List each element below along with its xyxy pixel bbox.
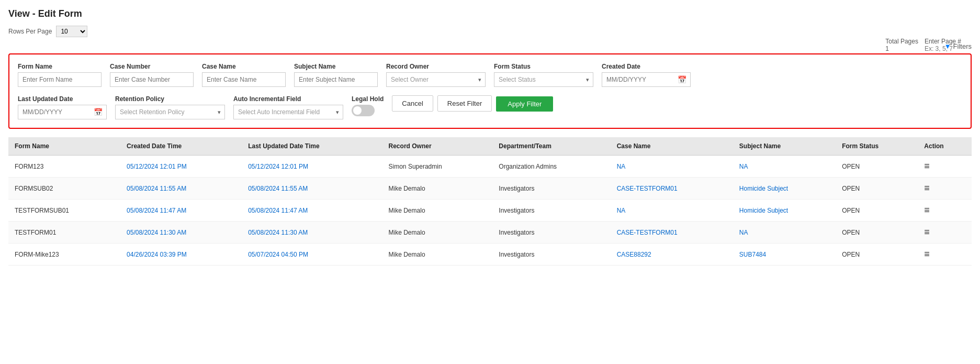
table-link[interactable]: 05/08/2024 11:47 AM: [127, 207, 186, 214]
table-link[interactable]: 05/08/2024 11:30 AM: [248, 229, 308, 236]
table-cell: Simon Superadmin: [382, 156, 493, 178]
apply-filter-button[interactable]: Apply Filter: [496, 96, 553, 112]
table-cell: TESTFORM01: [8, 222, 120, 244]
legal-hold-field: Legal Hold: [352, 95, 384, 116]
table-cell: Homicide Subject: [733, 178, 836, 200]
action-menu-icon[interactable]: ≡: [918, 178, 972, 200]
data-table: Form Name Created Date Time Last Updated…: [8, 137, 972, 266]
case-number-field: Case Number: [110, 63, 194, 87]
table-cell[interactable]: 05/07/2024 04:50 PM: [242, 244, 382, 266]
last-updated-date-field: Last Updated Date 📅: [18, 95, 107, 119]
table-cell: FORM123: [8, 156, 120, 178]
table-cell: OPEN: [836, 178, 918, 200]
table-cell[interactable]: 04/26/2024 03:39 PM: [120, 244, 242, 266]
retention-policy-select[interactable]: Select Retention Policy: [115, 105, 225, 119]
action-menu-icon[interactable]: ≡: [918, 156, 972, 178]
table-link[interactable]: 05/08/2024 11:47 AM: [248, 207, 308, 214]
table-row: FORM12305/12/2024 12:01 PM05/12/2024 12:…: [8, 156, 972, 178]
col-form-name: Form Name: [8, 137, 120, 156]
table-row: TESTFORM0105/08/2024 11:30 AM05/08/2024 …: [8, 222, 972, 244]
table-link[interactable]: 05/08/2024 11:30 AM: [127, 229, 186, 236]
action-menu-icon[interactable]: ≡: [918, 222, 972, 244]
table-link[interactable]: SUB7484: [739, 251, 766, 258]
reset-filter-button[interactable]: Reset Filter: [437, 95, 492, 112]
record-owner-field: Record Owner Select Owner: [386, 63, 486, 87]
page-title: View - Edit Form: [8, 8, 972, 19]
col-subject-name: Subject Name: [733, 137, 836, 156]
created-date-label: Created Date: [602, 63, 691, 70]
table-cell: Homicide Subject: [733, 200, 836, 222]
form-status-field: Form Status Select Status: [494, 63, 593, 87]
form-name-input[interactable]: [18, 72, 102, 87]
table-link[interactable]: 05/07/2024 04:50 PM: [248, 251, 308, 258]
table-link[interactable]: CASE-TESTFORM01: [617, 229, 678, 236]
col-last-updated-date-time: Last Updated Date Time: [242, 137, 382, 156]
table-cell: FORM-Mike123: [8, 244, 120, 266]
subject-name-label: Subject Name: [294, 63, 378, 70]
record-owner-select[interactable]: Select Owner: [386, 72, 486, 87]
action-menu-icon[interactable]: ≡: [918, 244, 972, 266]
table-cell: TESTFORMSUB01: [8, 200, 120, 222]
rows-per-page-select[interactable]: 10 25 50 100: [56, 26, 87, 37]
table-link[interactable]: 05/08/2024 11:55 AM: [248, 185, 308, 192]
table-link[interactable]: CASE-TESTFORM01: [617, 185, 678, 192]
rows-per-page-label: Rows Per Page: [8, 28, 52, 35]
col-action: Action: [918, 137, 972, 156]
table-cell: Investigators: [492, 244, 610, 266]
form-status-select[interactable]: Select Status: [494, 72, 593, 87]
table-cell: Investigators: [492, 200, 610, 222]
table-cell: Mike Demalo: [382, 178, 493, 200]
table-cell[interactable]: SUB7484: [733, 244, 836, 266]
table-cell: NA: [611, 200, 733, 222]
table-cell[interactable]: 05/12/2024 12:01 PM: [242, 156, 382, 178]
page-hint: Ex: 3, 5, 7: [925, 45, 961, 52]
case-number-input[interactable]: [110, 72, 194, 87]
legal-hold-toggle[interactable]: [352, 105, 375, 116]
table-link[interactable]: 05/12/2024 12:01 PM: [248, 163, 308, 170]
retention-policy-label: Retention Policy: [115, 95, 225, 103]
case-name-field: Case Name: [202, 63, 286, 87]
table-link[interactable]: CASE88292: [617, 251, 651, 258]
table-cell[interactable]: CASE-TESTFORM01: [611, 178, 733, 200]
case-name-label: Case Name: [202, 63, 286, 70]
table-link[interactable]: 04/26/2024 03:39 PM: [127, 251, 187, 258]
created-date-field: Created Date 📅: [602, 63, 691, 87]
cancel-button[interactable]: Cancel: [392, 95, 433, 112]
legal-hold-label: Legal Hold: [352, 95, 384, 103]
table-cell: OPEN: [836, 244, 918, 266]
col-case-name: Case Name: [611, 137, 733, 156]
table-cell: OPEN: [836, 156, 918, 178]
table-link[interactable]: 05/12/2024 12:01 PM: [127, 163, 187, 170]
last-updated-calendar-icon[interactable]: 📅: [94, 108, 103, 116]
table-cell[interactable]: 05/08/2024 11:47 AM: [242, 200, 382, 222]
table-cell: NA: [611, 156, 733, 178]
last-updated-date-label: Last Updated Date: [18, 95, 107, 103]
table-cell: Organization Admins: [492, 156, 610, 178]
form-name-field: Form Name: [18, 63, 102, 87]
table-cell[interactable]: CASE88292: [611, 244, 733, 266]
table-cell: OPEN: [836, 200, 918, 222]
case-name-input[interactable]: [202, 72, 286, 87]
auto-incremental-select[interactable]: Select Auto Incremental Field: [233, 105, 343, 119]
created-date-calendar-icon[interactable]: 📅: [678, 75, 686, 84]
table-cell[interactable]: 05/08/2024 11:55 AM: [242, 178, 382, 200]
col-created-date-time: Created Date Time: [120, 137, 242, 156]
subject-name-field: Subject Name: [294, 63, 378, 87]
action-menu-icon[interactable]: ≡: [918, 200, 972, 222]
subject-name-input[interactable]: [294, 72, 378, 87]
table-cell[interactable]: 05/08/2024 11:30 AM: [120, 222, 242, 244]
table-cell[interactable]: 05/12/2024 12:01 PM: [120, 156, 242, 178]
table-cell[interactable]: 05/08/2024 11:47 AM: [120, 200, 242, 222]
col-record-owner: Record Owner: [382, 137, 493, 156]
table-cell: Investigators: [492, 178, 610, 200]
table-link[interactable]: 05/08/2024 11:55 AM: [127, 185, 186, 192]
table-cell: NA: [733, 156, 836, 178]
col-form-status: Form Status: [836, 137, 918, 156]
table-cell: Mike Demalo: [382, 244, 493, 266]
table-cell[interactable]: 05/08/2024 11:30 AM: [242, 222, 382, 244]
table-cell[interactable]: CASE-TESTFORM01: [611, 222, 733, 244]
auto-incremental-label: Auto Incremental Field: [233, 95, 343, 103]
filter-panel: Form Name Case Number Case Name Subject …: [8, 53, 972, 129]
table-cell[interactable]: 05/08/2024 11:55 AM: [120, 178, 242, 200]
enter-page-label: Enter Page #: [925, 38, 961, 45]
